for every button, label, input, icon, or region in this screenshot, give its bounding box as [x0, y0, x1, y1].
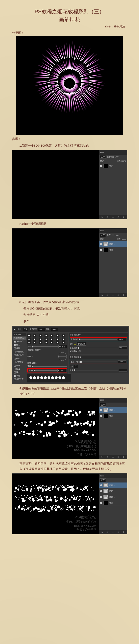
page-title: PS教程之烟花教程系列（三）	[12, 8, 127, 15]
jitter-input[interactable]	[118, 338, 126, 341]
spacing-slider[interactable]	[34, 370, 57, 371]
fx-icon[interactable]: fx	[102, 216, 103, 218]
step-3a-text: 使用100%硬度的画笔，依次调整大小 间距	[12, 306, 127, 311]
layer-thumb	[103, 242, 108, 246]
hardness-slider[interactable]	[32, 366, 67, 366]
size-input[interactable]	[58, 345, 67, 348]
scatter-slider[interactable]	[80, 362, 117, 362]
color-dynamics-item[interactable]: 颜色动态	[13, 354, 26, 357]
step-3-text: 3.选择画笔工具，找到画笔面板进行画笔预设	[12, 300, 127, 305]
step-3c-text: 散布	[12, 318, 127, 324]
layers-panel-footer: fx ◐ ▭ ⊞ 🗑	[99, 215, 127, 219]
shape-dynamics-item[interactable]: 形状动态	[13, 340, 26, 343]
layer-row-3[interactable]: 图层 3	[99, 482, 127, 488]
layer-row-bg[interactable]: 背景	[99, 163, 127, 169]
texture-item[interactable]: 纹理	[13, 347, 26, 350]
wet-edges-item[interactable]: 湿边	[13, 368, 26, 370]
folder-icon[interactable]: ▭	[112, 216, 114, 218]
step-4-text: 4.使用白色画笔在图层1画面中间往上的位置画三道（不限）直线（可以画的时候按住S…	[12, 386, 127, 396]
screenshot-step5: PS教程论坛 学PS，就到PS教程论坛 BBS.16XX8.COM 作者：@卡乐…	[12, 474, 127, 534]
new-layer-icon[interactable]: ⊞	[118, 216, 119, 218]
layers-tab[interactable]: 图层	[100, 229, 104, 232]
visibility-icon[interactable]	[100, 496, 102, 498]
watermark: PS教程论坛 学PS，就到PS教程论坛 BBS.16XX8.COM 作者：@卡乐…	[66, 515, 96, 532]
folder-icon[interactable]: ▭	[112, 294, 114, 296]
layer-row-1[interactable]: 图层 1	[99, 407, 127, 413]
page-subtitle: 画笔烟花	[12, 16, 127, 24]
jitter-slider[interactable]	[79, 339, 117, 340]
trash-icon[interactable]: 🗑	[123, 216, 125, 218]
smoothing-item[interactable]: 平滑	[13, 374, 26, 377]
min-slider[interactable]	[78, 348, 118, 348]
step-5-text: 再新建两个透明图层，分别把画笔缩小至10像素 8像素在相同的直线位置画上三条（可…	[12, 461, 127, 472]
build-up-item[interactable]: 建立	[13, 371, 26, 374]
count-input[interactable]	[119, 369, 127, 372]
visibility-icon[interactable]	[100, 484, 102, 486]
scatter-item[interactable]: 散布	[13, 344, 26, 346]
step-2-text: 2.新建一个透明图层	[12, 221, 127, 226]
shape-dynamics-panel: 画笔 画笔预设 大小抖动 控制⚠钢笔压力 最小直径 倾斜缩放比例	[69, 333, 128, 354]
step-3b-text: 形状动态-大小抖动	[12, 312, 127, 317]
noise-item[interactable]: 杂色	[13, 364, 26, 367]
fx-icon[interactable]: fx	[102, 294, 103, 296]
screenshot-step2: 图层 正常 不透明度 100% 锁定 填充 100% 图层 1 背景	[12, 228, 127, 297]
brush-toolbar: ●▾ 模式:正常 不透明度: 流量:	[13, 327, 128, 332]
jitter-control-select[interactable]: 钢笔压力	[77, 342, 86, 346]
scatter-control-select[interactable]: 关	[74, 364, 78, 368]
layer-row-1[interactable]: 图层 1	[99, 494, 127, 500]
layer-row-bg[interactable]: 背景	[99, 247, 127, 253]
size-slider[interactable]	[32, 346, 58, 347]
transfer-item[interactable]: 传递	[13, 357, 26, 360]
spacing-input[interactable]	[57, 369, 66, 372]
layer-thumb	[103, 164, 108, 168]
author-label: 作者：@卡乐筠	[12, 25, 127, 29]
layers-tab[interactable]: 图层	[100, 474, 104, 477]
brush-pose-item[interactable]: 画笔笔势	[13, 360, 26, 364]
visibility-icon[interactable]	[100, 490, 102, 492]
result-label: 效果图：	[12, 31, 127, 35]
layers-tab[interactable]: 图层	[100, 399, 104, 402]
steps-label: 步骤：	[12, 137, 127, 141]
watermark: PS教程论坛 学PS，就到PS教程论坛 BBS.16XX8.COM 作者：@卡乐…	[66, 440, 96, 456]
brush-options-list: 画笔预设 画笔笔尖形状 形状动态 散布 纹理 双重画笔 颜色动态 传递 画笔笔势…	[13, 333, 26, 382]
result-image	[16, 36, 123, 135]
visibility-icon[interactable]	[100, 165, 102, 167]
screenshot-step1: 图层 正常 不透明度 100% 锁定 填充 100% 背景 fx ◐ ▭ ⊞	[12, 150, 127, 219]
layers-tab[interactable]: 图层	[100, 151, 104, 154]
scatter-panel: 画笔 画笔预设 散布两轴 控制关 数量	[69, 356, 128, 373]
mask-icon[interactable]: ◐	[107, 216, 108, 218]
dual-brush-item[interactable]: 双重画笔	[13, 350, 26, 353]
layer-row-bg[interactable]: 背景	[99, 500, 127, 506]
brush-settings-screenshot: ●▾ 模式:正常 不透明度: 流量: 画笔预设 画笔笔尖形状 形状动态 散布 纹…	[12, 326, 129, 384]
blend-mode-select[interactable]: 正常	[100, 233, 106, 237]
brush-preview	[27, 374, 71, 382]
visibility-icon[interactable]	[100, 409, 102, 411]
protect-texture-item[interactable]: 保护纹理	[13, 378, 26, 381]
brush-opacity-input[interactable]	[38, 328, 45, 331]
mask-icon[interactable]: ◐	[107, 294, 108, 296]
visibility-icon[interactable]	[100, 249, 102, 251]
visibility-icon[interactable]	[100, 502, 102, 504]
brush-tip-shape-item[interactable]: 画笔笔尖形状	[13, 336, 26, 340]
brush-flow-input[interactable]	[51, 328, 58, 331]
count-slider[interactable]	[74, 370, 118, 370]
visibility-icon[interactable]	[100, 243, 102, 245]
angle-control[interactable]	[58, 352, 67, 361]
brush-icon[interactable]: ●	[14, 328, 15, 330]
visibility-icon[interactable]	[100, 415, 102, 417]
layer-thumb	[103, 248, 108, 252]
new-layer-icon[interactable]: ⊞	[118, 294, 119, 296]
min-input[interactable]	[119, 346, 127, 349]
scatter-input[interactable]	[118, 360, 126, 363]
layer-row-2[interactable]: 图层 2	[99, 488, 127, 494]
step-1-text: 1.新建一个800×800像素（方形）的文档 填充纯黑色	[12, 143, 127, 148]
layers-panel-footer: fx ◐ ▭ ⊞ 🗑	[99, 293, 127, 297]
layer-row-1[interactable]: 图层 1	[99, 241, 127, 247]
trash-icon[interactable]: 🗑	[123, 294, 125, 296]
layer-row-bg[interactable]: 背景	[99, 413, 127, 419]
brush-preset-grid[interactable]	[27, 334, 67, 344]
blend-mode-select[interactable]: 正常	[100, 155, 106, 159]
brush-mode-select[interactable]: 正常	[23, 328, 28, 331]
screenshot-step4: PS教程论坛 学PS，就到PS教程论坛 BBS.16XX8.COM 作者：@卡乐…	[12, 398, 127, 459]
